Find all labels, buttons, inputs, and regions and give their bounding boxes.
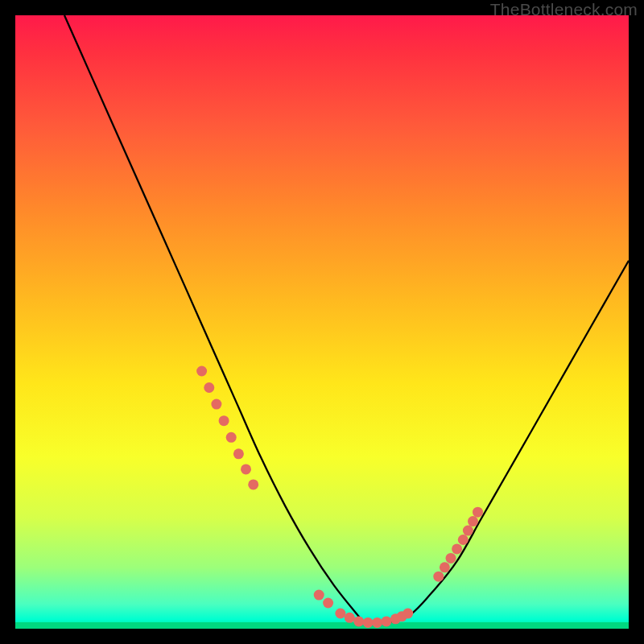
bottleneck-curve xyxy=(64,15,629,623)
highlight-dot xyxy=(248,479,258,489)
highlight-dot xyxy=(382,616,392,626)
chart-frame xyxy=(15,15,629,629)
highlight-dot xyxy=(323,598,333,609)
highlight-dot xyxy=(372,617,382,628)
highlight-dot xyxy=(196,366,207,377)
highlight-dot xyxy=(463,526,473,536)
highlight-dot xyxy=(345,613,355,623)
highlight-dot xyxy=(433,572,444,582)
highlight-dot xyxy=(458,535,469,545)
highlight-dot xyxy=(473,507,483,518)
highlight-dot xyxy=(335,609,345,619)
highlight-dot xyxy=(440,562,450,572)
highlight-dot xyxy=(233,448,244,459)
highlight-dot xyxy=(241,464,251,474)
highlight-dot xyxy=(402,609,413,619)
highlight-dot xyxy=(219,415,229,426)
highlight-dot xyxy=(211,399,221,410)
highlight-dot xyxy=(446,553,456,564)
highlight-dot xyxy=(353,616,364,626)
highlight-dot xyxy=(226,432,237,443)
highlight-dot xyxy=(452,543,462,554)
highlight-dots xyxy=(196,366,483,628)
highlight-dot xyxy=(314,590,324,601)
baseline-band xyxy=(15,622,629,629)
highlight-dot xyxy=(204,382,214,393)
highlight-dot xyxy=(468,516,478,526)
watermark-text: TheBottleneck.com xyxy=(490,0,638,19)
bottleneck-chart xyxy=(15,15,629,629)
highlight-dot xyxy=(363,617,374,628)
